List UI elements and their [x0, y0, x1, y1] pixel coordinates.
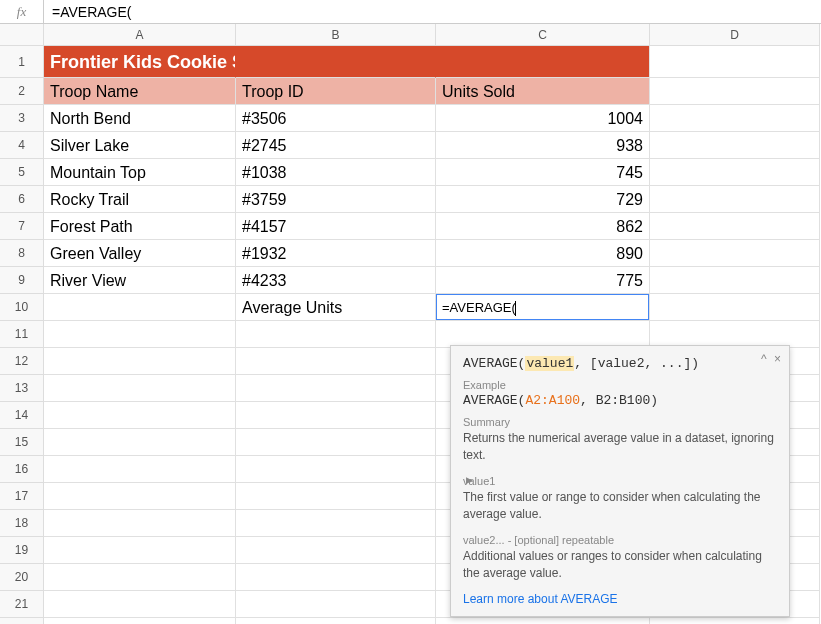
- row-header-2[interactable]: 2: [0, 78, 44, 105]
- cell[interactable]: [44, 375, 236, 402]
- cell[interactable]: [650, 240, 820, 267]
- cell-b7[interactable]: #4157: [236, 213, 436, 240]
- row-header-22[interactable]: 22: [0, 618, 44, 624]
- cell[interactable]: [44, 483, 236, 510]
- cell[interactable]: [436, 321, 650, 348]
- close-icon[interactable]: ×: [774, 352, 781, 366]
- cell[interactable]: [650, 213, 820, 240]
- col-header-b[interactable]: B: [236, 24, 436, 46]
- cell[interactable]: [236, 402, 436, 429]
- row-header-4[interactable]: 4: [0, 132, 44, 159]
- cell[interactable]: [236, 429, 436, 456]
- cell-c3[interactable]: 1004: [436, 105, 650, 132]
- row-header-6[interactable]: 6: [0, 186, 44, 213]
- formula-input[interactable]: =AVERAGE(: [44, 0, 821, 24]
- title-cell[interactable]: Frontier Kids Cookie Sales: [44, 46, 236, 78]
- col-header-d[interactable]: D: [650, 24, 820, 46]
- cell[interactable]: [236, 46, 436, 78]
- header-units-sold[interactable]: Units Sold: [436, 78, 650, 105]
- cell[interactable]: [650, 78, 820, 105]
- cell[interactable]: [44, 591, 236, 618]
- cell[interactable]: [650, 267, 820, 294]
- cell[interactable]: [44, 348, 236, 375]
- cell-a8[interactable]: Green Valley: [44, 240, 236, 267]
- cell-c8[interactable]: 890: [436, 240, 650, 267]
- row-header-3[interactable]: 3: [0, 105, 44, 132]
- cell[interactable]: [44, 564, 236, 591]
- row-header-12[interactable]: 12: [0, 348, 44, 375]
- row-header-18[interactable]: 18: [0, 510, 44, 537]
- row-header-9[interactable]: 9: [0, 267, 44, 294]
- cell[interactable]: [236, 321, 436, 348]
- cell-b10-average-label[interactable]: Average Units: [236, 294, 436, 321]
- cell[interactable]: [650, 294, 820, 321]
- row-header-19[interactable]: 19: [0, 537, 44, 564]
- cell-b3[interactable]: #3506: [236, 105, 436, 132]
- cell[interactable]: [236, 591, 436, 618]
- cell-a3[interactable]: North Bend: [44, 105, 236, 132]
- cell[interactable]: [650, 321, 820, 348]
- cell[interactable]: [236, 375, 436, 402]
- row-header-8[interactable]: 8: [0, 240, 44, 267]
- cell-b9[interactable]: #4233: [236, 267, 436, 294]
- cell[interactable]: [650, 46, 820, 78]
- cell-c10-active[interactable]: ? =AVERAGE(: [436, 294, 650, 321]
- cell[interactable]: [436, 618, 650, 624]
- cell-c4[interactable]: 938: [436, 132, 650, 159]
- cell-c5[interactable]: 745: [436, 159, 650, 186]
- cell-c6[interactable]: 729: [436, 186, 650, 213]
- cell-a7[interactable]: Forest Path: [44, 213, 236, 240]
- cell[interactable]: [650, 159, 820, 186]
- cell-a4[interactable]: Silver Lake: [44, 132, 236, 159]
- cell[interactable]: [44, 456, 236, 483]
- header-troop-name[interactable]: Troop Name: [44, 78, 236, 105]
- cell-b4[interactable]: #2745: [236, 132, 436, 159]
- cell-b8[interactable]: #1932: [236, 240, 436, 267]
- cell-a9[interactable]: River View: [44, 267, 236, 294]
- col-header-c[interactable]: C: [436, 24, 650, 46]
- corner-cell[interactable]: [0, 24, 44, 46]
- cell[interactable]: [650, 186, 820, 213]
- cell[interactable]: [44, 510, 236, 537]
- cell[interactable]: [236, 348, 436, 375]
- cell-c9[interactable]: 775: [436, 267, 650, 294]
- cell[interactable]: [650, 105, 820, 132]
- row-header-10[interactable]: 10: [0, 294, 44, 321]
- row-header-17[interactable]: 17: [0, 483, 44, 510]
- cell[interactable]: [44, 618, 236, 624]
- learn-more-link[interactable]: Learn more about AVERAGE: [463, 592, 777, 606]
- header-troop-id[interactable]: Troop ID: [236, 78, 436, 105]
- cell[interactable]: [44, 537, 236, 564]
- cell-b5[interactable]: #1038: [236, 159, 436, 186]
- row-header-5[interactable]: 5: [0, 159, 44, 186]
- collapse-icon[interactable]: ^: [761, 352, 767, 366]
- cell[interactable]: [44, 402, 236, 429]
- cell-a6[interactable]: Rocky Trail: [44, 186, 236, 213]
- cell-editor[interactable]: =AVERAGE(: [436, 294, 649, 320]
- cell-a5[interactable]: Mountain Top: [44, 159, 236, 186]
- cell[interactable]: [650, 132, 820, 159]
- row-header-21[interactable]: 21: [0, 591, 44, 618]
- cell[interactable]: [236, 510, 436, 537]
- cell[interactable]: [236, 483, 436, 510]
- cell[interactable]: [236, 537, 436, 564]
- row-header-14[interactable]: 14: [0, 402, 44, 429]
- cell-a10[interactable]: [44, 294, 236, 321]
- cell[interactable]: [44, 429, 236, 456]
- cell[interactable]: [236, 456, 436, 483]
- col-header-a[interactable]: A: [44, 24, 236, 46]
- row-header-15[interactable]: 15: [0, 429, 44, 456]
- row-header-13[interactable]: 13: [0, 375, 44, 402]
- row-header-20[interactable]: 20: [0, 564, 44, 591]
- cell-b6[interactable]: #3759: [236, 186, 436, 213]
- row-header-7[interactable]: 7: [0, 213, 44, 240]
- cell[interactable]: [236, 618, 436, 624]
- cell[interactable]: [44, 321, 236, 348]
- cell[interactable]: [236, 564, 436, 591]
- cell-c7[interactable]: 862: [436, 213, 650, 240]
- row-header-11[interactable]: 11: [0, 321, 44, 348]
- row-header-16[interactable]: 16: [0, 456, 44, 483]
- row-header-1[interactable]: 1: [0, 46, 44, 78]
- cell[interactable]: [650, 618, 820, 624]
- cell[interactable]: [436, 46, 650, 78]
